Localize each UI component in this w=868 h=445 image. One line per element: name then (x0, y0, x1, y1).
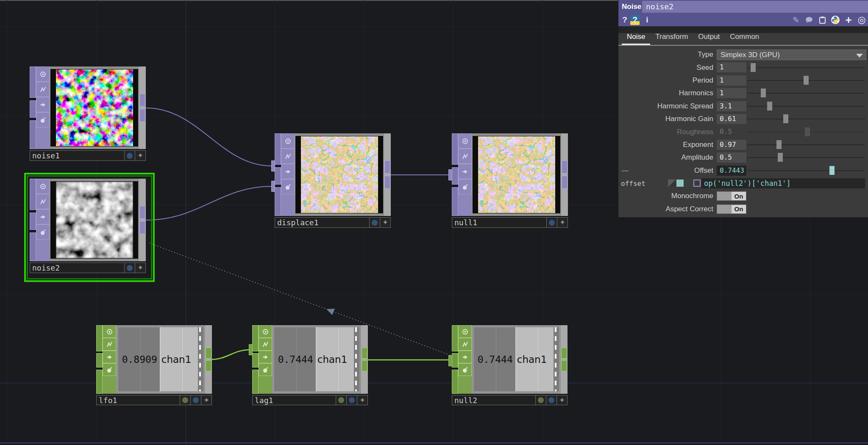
dot-button[interactable] (546, 395, 557, 405)
param-slider-track[interactable] (747, 170, 865, 171)
target-icon[interactable] (458, 325, 472, 338)
arrow-icon[interactable] (458, 164, 472, 179)
arrow-icon[interactable] (103, 351, 116, 363)
dot-button[interactable] (370, 217, 380, 228)
plus-icon[interactable]: + (844, 15, 853, 25)
bomb-icon[interactable] (458, 179, 472, 194)
param-value-field[interactable]: 3.1 (717, 101, 746, 111)
output-connector[interactable] (139, 109, 145, 122)
zigzag-icon[interactable] (259, 338, 272, 351)
node-viewer[interactable] (50, 179, 139, 261)
output-connector[interactable] (362, 348, 367, 358)
copy-icon[interactable] (818, 15, 827, 25)
target-icon[interactable] (281, 133, 295, 149)
target-icon[interactable] (259, 325, 272, 338)
arrow-icon[interactable] (36, 209, 50, 224)
output-connector[interactable] (139, 206, 145, 218)
python-icon[interactable] (831, 15, 840, 25)
dot-button[interactable] (336, 395, 347, 405)
help-icon[interactable]: ? (621, 15, 629, 25)
node-viewer[interactable]: 0.8909chan1 (116, 325, 206, 394)
zigzag-icon[interactable] (36, 194, 50, 209)
arrow-icon[interactable] (458, 351, 472, 363)
target-icon[interactable] (36, 179, 50, 194)
output-connector[interactable] (206, 348, 211, 358)
node-displace1[interactable]: displace1✦ (275, 133, 391, 228)
param-value-field[interactable]: 1 (717, 75, 746, 86)
node-viewer[interactable]: 0.7444chan1 (272, 325, 362, 394)
output-connector[interactable] (384, 176, 390, 188)
output-connector[interactable] (384, 160, 390, 173)
param-slider-track[interactable] (747, 132, 865, 133)
dot-button[interactable] (125, 150, 135, 161)
node-noise1[interactable]: noise1✦ (30, 66, 146, 161)
dot-button[interactable] (347, 395, 357, 405)
wire-noise2-to-displace1[interactable] (146, 186, 272, 220)
param-slider-handle[interactable] (751, 63, 756, 72)
export-mode-chip[interactable] (676, 180, 684, 187)
node-name[interactable]: displace1 (275, 217, 370, 228)
output-connector[interactable] (139, 94, 145, 106)
comment-icon[interactable] (804, 15, 814, 25)
star-button[interactable]: ✦ (380, 217, 391, 228)
bomb-icon[interactable] (259, 363, 272, 376)
param-slider-handle[interactable] (778, 153, 783, 162)
arrow-icon[interactable] (36, 97, 50, 112)
param-slider-track[interactable] (747, 157, 865, 158)
dot-button[interactable] (191, 395, 201, 405)
star-button[interactable]: ✦ (557, 217, 568, 228)
input-connector[interactable] (271, 160, 275, 171)
python-mode-chip[interactable] (685, 180, 692, 187)
node-name[interactable]: lag1 (252, 395, 336, 405)
target-icon[interactable]: ◎ (857, 15, 866, 25)
input-connector[interactable] (249, 344, 253, 355)
operator-name-field[interactable]: noise2 (642, 1, 868, 13)
target-icon[interactable] (103, 325, 116, 338)
expression-field[interactable]: op('null2')['chan1'] (701, 178, 865, 188)
output-connector[interactable] (562, 160, 568, 173)
constant-mode-chip[interactable] (668, 180, 675, 187)
input-connector[interactable] (448, 355, 452, 366)
bomb-icon[interactable] (281, 179, 295, 194)
param-value-field[interactable]: 0.7443 (717, 166, 746, 176)
param-slider-handle[interactable] (761, 88, 766, 97)
zigzag-icon[interactable] (103, 338, 116, 351)
param-slider-handle[interactable] (767, 102, 772, 111)
output-connector[interactable] (362, 360, 367, 371)
node-null1[interactable]: null1✦ (452, 133, 568, 228)
output-connector[interactable] (561, 348, 567, 358)
param-slider-track[interactable] (747, 67, 865, 68)
param-slider-track[interactable] (747, 93, 865, 94)
node-name[interactable]: null1 (452, 217, 547, 228)
dot-button[interactable] (536, 395, 546, 405)
input-connector[interactable] (448, 169, 452, 180)
tab-transform[interactable]: Transform (650, 33, 693, 45)
param-value-field[interactable]: 0.97 (717, 140, 746, 150)
node-name[interactable]: null2 (452, 395, 536, 405)
param-toggle[interactable]: On (717, 191, 746, 201)
python-help-icon[interactable]: ? (630, 15, 640, 25)
param-menu[interactable]: Simplex 3D (GPU) (717, 50, 866, 60)
zigzag-icon[interactable] (281, 149, 295, 164)
output-connector[interactable] (561, 360, 567, 371)
node-viewer[interactable] (295, 133, 384, 216)
node-viewer[interactable]: 0.7444chan1 (472, 325, 561, 394)
tab-output[interactable]: Output (693, 33, 725, 45)
param-slider-handle[interactable] (804, 76, 809, 85)
param-slider-track[interactable] (747, 144, 865, 145)
node-null2[interactable]: 0.7444chan1null2✦ (452, 325, 568, 405)
star-button[interactable]: ✦ (201, 395, 212, 405)
input-connector[interactable] (271, 181, 275, 192)
node-viewer[interactable] (50, 66, 139, 149)
target-icon[interactable] (458, 133, 472, 149)
output-connector[interactable] (206, 360, 211, 371)
pencil-icon[interactable]: ✎ (791, 15, 801, 25)
tab-common[interactable]: Common (725, 33, 764, 45)
wire-lfo1-to-lag1[interactable] (211, 350, 249, 359)
info-icon[interactable]: i (645, 15, 650, 25)
bomb-icon[interactable] (36, 224, 50, 240)
node-name[interactable]: lfo1 (96, 395, 180, 405)
node-name[interactable]: noise1 (30, 150, 125, 161)
bomb-icon[interactable] (103, 363, 116, 376)
param-slider-track[interactable] (747, 119, 865, 119)
